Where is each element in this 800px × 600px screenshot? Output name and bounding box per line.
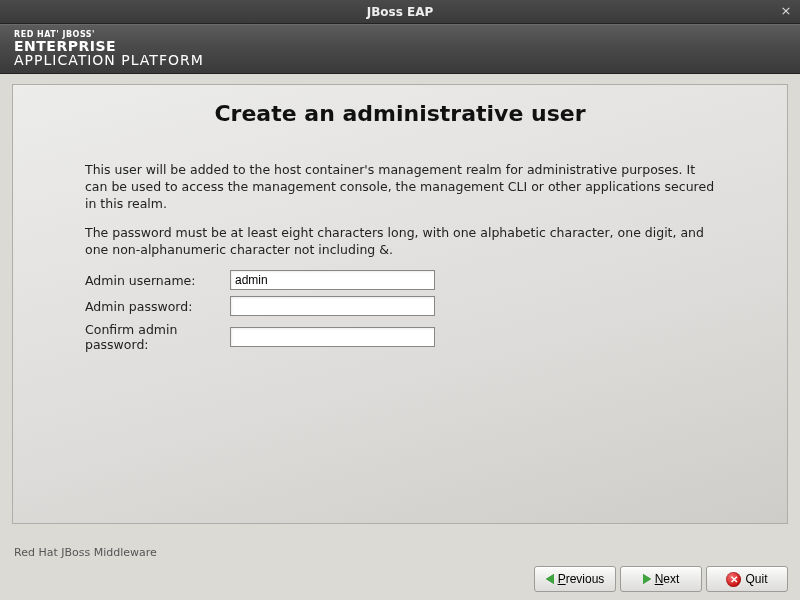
arrow-right-icon [643, 574, 651, 584]
page-title: Create an administrative user [25, 101, 775, 126]
window-title: JBoss EAP [367, 5, 434, 19]
username-input[interactable] [230, 270, 435, 290]
next-button[interactable]: Next [620, 566, 702, 592]
instructions-block: This user will be added to the host cont… [25, 162, 775, 258]
confirm-password-row: Confirm admin password: [85, 322, 715, 352]
branding-banner: RED HAT' JBOSS' ENTERPRISE APPLICATION P… [0, 24, 800, 74]
brand-mid-line: ENTERPRISE [14, 39, 786, 53]
next-button-label: Next [655, 572, 680, 586]
brand-bottom-line: APPLICATION PLATFORM [14, 53, 786, 68]
confirm-password-label: Confirm admin password: [85, 322, 230, 352]
installer-panel: Create an administrative user This user … [12, 84, 788, 524]
password-rules-paragraph: The password must be at least eight char… [85, 225, 715, 259]
previous-button[interactable]: Previous [534, 566, 616, 592]
footer-text: Red Hat JBoss Middleware [14, 546, 157, 559]
arrow-left-icon [546, 574, 554, 584]
titlebar: JBoss EAP × [0, 0, 800, 24]
password-label: Admin password: [85, 299, 230, 314]
password-input[interactable] [230, 296, 435, 316]
username-label: Admin username: [85, 273, 230, 288]
brand-top-line: RED HAT' JBOSS' [14, 30, 786, 39]
quit-button-label: Quit [745, 572, 767, 586]
close-icon[interactable]: × [778, 3, 794, 19]
quit-icon: ✕ [726, 572, 741, 587]
username-row: Admin username: [85, 270, 715, 290]
quit-button[interactable]: ✕ Quit [706, 566, 788, 592]
intro-paragraph: This user will be added to the host cont… [85, 162, 715, 213]
user-form: Admin username: Admin password: Confirm … [25, 270, 775, 352]
content-area: Create an administrative user This user … [0, 74, 800, 560]
previous-button-label: Previous [558, 572, 605, 586]
confirm-password-input[interactable] [230, 327, 435, 347]
wizard-buttons: Previous Next ✕ Quit [534, 566, 788, 592]
password-row: Admin password: [85, 296, 715, 316]
